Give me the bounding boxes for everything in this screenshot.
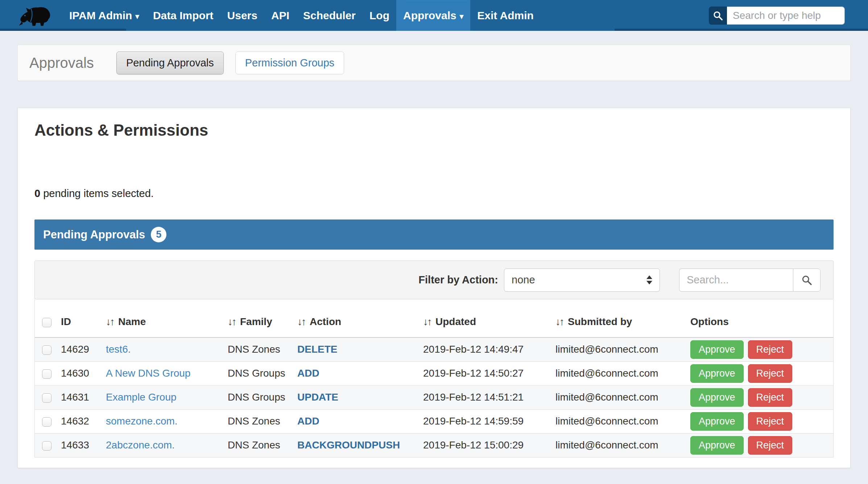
chevron-down-icon: ▾	[135, 12, 139, 21]
global-search-input[interactable]	[727, 7, 845, 25]
approve-button[interactable]: Approve	[690, 340, 744, 359]
row-name-link[interactable]: 2abczone.com.	[106, 439, 175, 451]
nav-item-label: Log	[369, 9, 389, 22]
sort-icon: ↓↑	[423, 316, 431, 327]
row-name-cell: somezone.com.	[99, 409, 220, 433]
chevron-down-icon: ▾	[460, 12, 464, 21]
nav-item-scheduler[interactable]: Scheduler	[296, 0, 363, 31]
column-header-updated[interactable]: ↓↑Updated	[416, 299, 548, 337]
action-filter-select[interactable]: none	[504, 268, 660, 292]
row-options-cell: ApproveReject	[683, 385, 833, 409]
nav-item-label: Users	[227, 9, 257, 22]
row-id: 14629	[54, 337, 99, 361]
navbar-menu: IPAM Admin▾Data ImportUsersAPISchedulerL…	[62, 0, 541, 31]
row-family: DNS Groups	[220, 385, 290, 409]
row-name-cell: A New DNS Group	[99, 361, 220, 385]
row-options-cell: ApproveReject	[683, 433, 833, 457]
row-action-type[interactable]: BACKGROUNDPUSH	[297, 439, 400, 451]
row-name-link[interactable]: somezone.com.	[106, 415, 178, 427]
approvals-table-container: ID↓↑Name↓↑Family↓↑Action↓↑Updated↓↑Submi…	[34, 299, 834, 458]
banner-title: Pending Approvals	[43, 228, 145, 241]
selection-status: 0 pending items selected.	[34, 188, 834, 200]
row-action-cell: UPDATE	[290, 385, 416, 409]
nav-item-log[interactable]: Log	[363, 0, 396, 31]
row-action-cell: DELETE	[290, 337, 416, 361]
navbar-bottom-accent-right	[615, 29, 868, 31]
tab-pending-approvals[interactable]: Pending Approvals	[116, 52, 224, 74]
column-header-submitted-by[interactable]: ↓↑Submitted by	[548, 299, 683, 337]
approve-button[interactable]: Approve	[690, 364, 744, 383]
select-all-cell	[35, 299, 54, 337]
row-action-type[interactable]: UPDATE	[297, 391, 338, 403]
table-search-group	[679, 268, 821, 292]
column-header-name[interactable]: ↓↑Name	[99, 299, 220, 337]
row-updated: 2019-Feb-12 14:51:21	[416, 385, 548, 409]
row-action-type[interactable]: DELETE	[297, 344, 337, 355]
row-options-cell: ApproveReject	[683, 409, 833, 433]
column-header-family[interactable]: ↓↑Family	[220, 299, 290, 337]
navbar: IPAM Admin▾Data ImportUsersAPISchedulerL…	[0, 0, 868, 31]
row-id: 14632	[54, 409, 99, 433]
row-checkbox[interactable]	[42, 441, 51, 451]
table-row: 14629test6.DNS ZonesDELETE2019-Feb-12 14…	[35, 337, 833, 361]
nav-item-exit-admin[interactable]: Exit Admin	[470, 0, 541, 31]
row-checkbox[interactable]	[42, 369, 51, 379]
approve-button[interactable]: Approve	[690, 436, 744, 455]
column-header-options: Options	[683, 299, 833, 337]
row-name-cell: test6.	[99, 337, 220, 361]
approve-button[interactable]: Approve	[690, 388, 744, 407]
table-filter-bar: Filter by Action: none	[34, 261, 834, 299]
approvals-table: ID↓↑Name↓↑Family↓↑Action↓↑Updated↓↑Submi…	[35, 299, 833, 457]
row-select-cell	[35, 361, 54, 385]
row-action-cell: ADD	[290, 361, 416, 385]
row-checkbox[interactable]	[42, 393, 51, 403]
approve-button[interactable]: Approve	[690, 412, 744, 431]
row-name-link[interactable]: A New DNS Group	[106, 368, 190, 379]
nav-item-approvals[interactable]: Approvals▾	[396, 0, 470, 31]
column-header-action[interactable]: ↓↑Action	[290, 299, 416, 337]
navbar-search	[709, 7, 845, 25]
table-search-input[interactable]	[679, 268, 793, 292]
row-id: 14631	[54, 385, 99, 409]
row-submitted-by: limited@6connect.com	[548, 433, 683, 457]
column-header-label: Options	[690, 316, 729, 327]
sort-icon: ↓↑	[297, 316, 305, 327]
nav-item-data-import[interactable]: Data Import	[146, 0, 220, 31]
row-name-link[interactable]: test6.	[106, 344, 131, 355]
table-row: 14632somezone.com.DNS ZonesADD2019-Feb-1…	[35, 409, 833, 433]
page-header-card: Approvals Pending Approvals Permission G…	[17, 45, 851, 81]
reject-button[interactable]: Reject	[748, 364, 793, 383]
reject-button[interactable]: Reject	[748, 388, 793, 407]
row-family: DNS Zones	[220, 337, 290, 361]
tab-permission-groups[interactable]: Permission Groups	[235, 52, 344, 74]
navbar-search-button[interactable]	[709, 7, 727, 25]
select-all-checkbox[interactable]	[42, 318, 51, 327]
sort-icon: ↓↑	[106, 316, 114, 327]
rhino-logo-icon[interactable]	[19, 3, 52, 28]
row-name-link[interactable]: Example Group	[106, 391, 177, 403]
row-checkbox[interactable]	[42, 345, 51, 355]
nav-item-ipam-admin[interactable]: IPAM Admin▾	[62, 0, 146, 31]
column-header-label: Name	[118, 316, 146, 327]
row-updated: 2019-Feb-12 15:00:29	[416, 433, 548, 457]
reject-button[interactable]: Reject	[748, 436, 793, 455]
table-search-button[interactable]	[793, 268, 821, 292]
nav-item-users[interactable]: Users	[220, 0, 264, 31]
row-family: DNS Zones	[220, 433, 290, 457]
row-checkbox[interactable]	[42, 417, 51, 427]
row-id: 14630	[54, 361, 99, 385]
row-action-type[interactable]: ADD	[297, 368, 319, 379]
row-options-cell: ApproveReject	[683, 337, 833, 361]
nav-item-label: Data Import	[153, 9, 214, 22]
reject-button[interactable]: Reject	[748, 340, 793, 359]
row-id: 14633	[54, 433, 99, 457]
row-action-type[interactable]: ADD	[297, 415, 319, 427]
column-header-label: Updated	[435, 316, 476, 327]
row-submitted-by: limited@6connect.com	[548, 361, 683, 385]
reject-button[interactable]: Reject	[748, 412, 793, 431]
row-select-cell	[35, 433, 54, 457]
nav-item-api[interactable]: API	[264, 0, 296, 31]
select-arrows-icon	[646, 275, 652, 284]
nav-item-label: API	[271, 9, 289, 22]
selected-option: none	[512, 274, 535, 286]
